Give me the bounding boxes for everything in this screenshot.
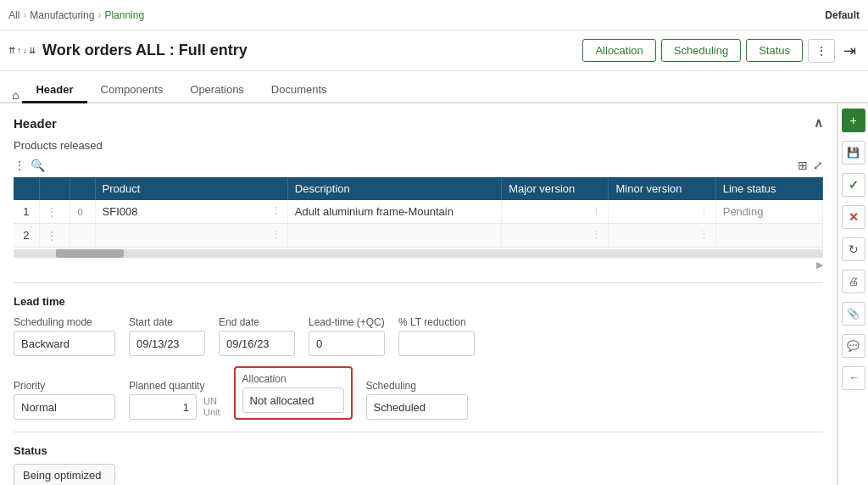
attach-button[interactable]: 📎 <box>842 302 865 326</box>
print-button[interactable]: 🖨 <box>842 270 865 293</box>
row1-major-dots[interactable]: ⋮ <box>592 206 601 217</box>
row2-product-dots[interactable]: ⋮ <box>271 230 281 241</box>
save-button[interactable]: 💾 <box>842 141 865 164</box>
lead-time-row1: Scheduling mode Start date End date Lead… <box>14 316 823 356</box>
tab-components[interactable]: Components <box>87 76 177 103</box>
chat-button[interactable]: 💬 <box>842 334 865 358</box>
breadcrumb-all[interactable]: All <box>8 9 19 21</box>
table-expand-icon[interactable]: ⤢ <box>813 159 823 172</box>
allocation-button[interactable]: Allocation <box>582 39 655 62</box>
header-section-title: Header ∧ <box>14 115 823 131</box>
priority-input[interactable] <box>14 394 115 420</box>
status-button[interactable]: Status <box>746 39 803 62</box>
right-sidebar: + 💾 ✓ ✕ ↻ 🖨 📎 💬 ↑ <box>837 103 868 485</box>
table-scrollbar[interactable] <box>14 249 823 258</box>
content-area: Header ∧ Products released ⋮ 🔍 ⊞ ⤢ <box>0 103 837 485</box>
col-header-product: Product <box>95 177 287 200</box>
refresh-icon: ↻ <box>849 242 859 256</box>
row2-minor: ⋮ <box>609 224 715 248</box>
refresh-button[interactable]: ↻ <box>842 237 865 261</box>
row1-description: Adult aluminium frame-Mountain <box>287 200 501 224</box>
lead-time-row2: Priority Planned quantity UN Unit A <box>14 366 823 420</box>
lead-time-qc-input[interactable] <box>309 331 385 356</box>
sort-first-icon[interactable]: ⇈ <box>8 46 15 55</box>
row1-product-dots[interactable]: ⋮ <box>271 205 281 216</box>
cancel-button[interactable]: ✕ <box>842 205 865 229</box>
priority-group: Priority <box>14 380 115 420</box>
share-button[interactable]: ↑ <box>842 366 865 390</box>
allocation-group: Allocation <box>234 366 353 420</box>
table-row: 2 ⋮ ⋮ ⋮ ⋮ <box>14 224 823 248</box>
scheduling-mode-input[interactable] <box>14 331 115 356</box>
col-header-description: Description <box>287 177 501 200</box>
close-icon: ✕ <box>849 210 859 224</box>
row1-icon: 0 <box>70 200 95 224</box>
save-icon: 💾 <box>847 147 860 159</box>
breadcrumb-planning[interactable]: Planning <box>104 9 144 21</box>
start-date-group: Start date <box>129 316 205 356</box>
section-divider-2 <box>14 432 823 432</box>
row1-minor-dots[interactable]: ⋮ <box>699 206 709 217</box>
row2-icon <box>70 224 95 248</box>
breadcrumb-area: All › Manufacturing › Planning <box>8 9 144 21</box>
products-released-section: Products released ⋮ 🔍 ⊞ ⤢ Pro <box>14 139 823 270</box>
table-layers-icon[interactable]: ⊞ <box>798 159 808 172</box>
sort-last-icon[interactable]: ⇊ <box>29 46 36 55</box>
lt-reduction-input[interactable] <box>398 331 475 356</box>
attach-icon: 📎 <box>847 308 860 320</box>
scheduling-mode-label: Scheduling mode <box>14 316 115 328</box>
col-header-dots <box>39 177 70 200</box>
collapse-icon[interactable]: ∧ <box>814 115 823 131</box>
planned-qty-label: Planned quantity <box>129 380 220 392</box>
planned-qty-group: Planned quantity UN Unit <box>129 380 220 420</box>
scheduling-button[interactable]: Scheduling <box>661 39 741 62</box>
table-toolbar: ⋮ 🔍 ⊞ ⤢ <box>14 159 823 172</box>
table-row: 1 ⋮ 0 SFI008 ⋮ Adult aluminium frame-Mou… <box>14 200 823 224</box>
header-label: Header <box>14 116 57 131</box>
nav-tabs: ⌂ Header Components Operations Documents <box>0 71 868 103</box>
share-icon: ↑ <box>848 376 860 381</box>
end-date-group: End date <box>219 316 295 356</box>
tab-header[interactable]: Header <box>22 76 86 103</box>
exit-button[interactable]: ⇥ <box>840 38 860 64</box>
row1-minor: ⋮ <box>609 200 715 224</box>
unit-unit: Unit <box>203 407 220 418</box>
row2-num: 2 <box>14 224 39 248</box>
scheduling-input[interactable] <box>366 394 468 420</box>
home-tab[interactable]: ⌂ <box>12 88 19 102</box>
row2-dots[interactable]: ⋮ <box>39 224 70 248</box>
row1-num: 1 <box>14 200 39 224</box>
top-bar: All › Manufacturing › Planning Default <box>0 0 868 31</box>
lt-reduction-group: % LT reduction <box>398 316 475 356</box>
plus-icon: + <box>849 114 856 127</box>
confirm-button[interactable]: ✓ <box>842 173 865 197</box>
title-buttons: Allocation Scheduling Status ⋮ ⇥ <box>582 38 860 64</box>
table-toolbar-left: ⋮ 🔍 <box>14 159 45 172</box>
row2-description <box>287 224 501 248</box>
table-search-icon[interactable]: 🔍 <box>31 159 45 172</box>
scroll-arrow: ▶ <box>14 259 823 270</box>
row1-dots[interactable]: ⋮ <box>39 200 70 224</box>
start-date-input[interactable] <box>129 331 205 356</box>
allocation-label: Allocation <box>242 373 344 385</box>
tab-operations[interactable]: Operations <box>176 76 258 103</box>
start-date-label: Start date <box>129 316 205 328</box>
end-date-input[interactable] <box>219 331 295 356</box>
tab-documents[interactable]: Documents <box>258 76 341 103</box>
sort-down-icon[interactable]: ↓ <box>23 46 27 55</box>
lead-time-qc-label: Lead-time (+QC) <box>309 316 385 328</box>
sort-up-icon[interactable]: ↑ <box>17 46 21 55</box>
priority-label: Priority <box>14 380 115 392</box>
add-button[interactable]: + <box>842 109 865 132</box>
status-label: Status <box>14 444 823 457</box>
row2-minor-dots[interactable]: ⋮ <box>699 230 709 241</box>
table-settings-icon[interactable]: ⋮ <box>14 159 25 172</box>
more-button[interactable]: ⋮ <box>808 39 835 63</box>
row2-major-dots[interactable]: ⋮ <box>592 230 601 241</box>
col-header-major: Major version <box>502 177 609 200</box>
allocation-input[interactable] <box>242 387 344 413</box>
status-value: Being optimized <box>14 464 115 485</box>
planned-qty-input[interactable] <box>129 394 197 420</box>
lead-time-qc-group: Lead-time (+QC) <box>309 316 385 356</box>
breadcrumb-manufacturing[interactable]: Manufacturing <box>30 9 94 21</box>
